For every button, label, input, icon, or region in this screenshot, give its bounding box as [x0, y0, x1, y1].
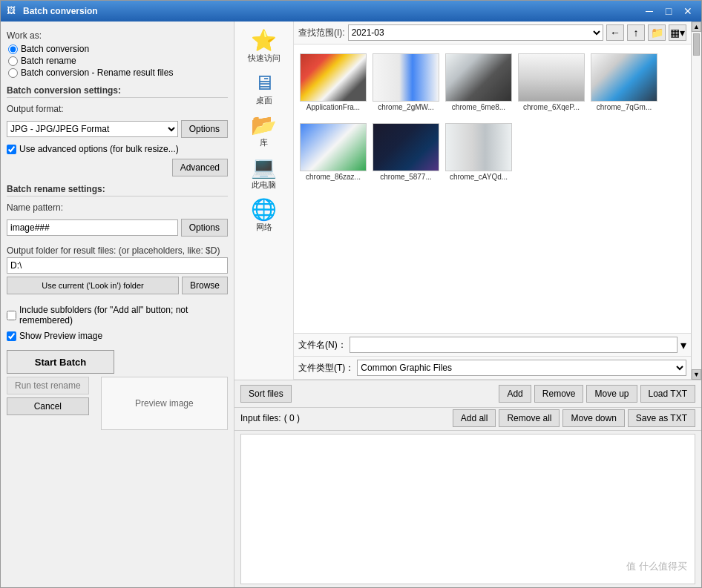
scroll-up-btn[interactable]: ▲ [692, 22, 701, 32]
view-button[interactable]: ▦▾ [669, 24, 686, 41]
sidebar-nav: ⭐ 快速访问 🖥 桌面 📂 库 💻 此电脑 [234, 22, 294, 380]
cancel-button[interactable]: Cancel [7, 397, 89, 415]
batch-controls-row: Sort files Add Remove Move up Load TXT [234, 380, 701, 408]
add-all-button[interactable]: Add all [453, 409, 496, 427]
up-button[interactable]: ↑ [627, 24, 645, 41]
input-files-count: ( 0 ) [284, 413, 300, 423]
input-files-label: Input files: [240, 413, 281, 423]
file-item-0[interactable]: ApplicationFra... [300, 50, 367, 114]
nav-item-desktop[interactable]: 🖥 桌面 [237, 70, 291, 109]
format-row: JPG - JPG/JPEG Format Options [7, 120, 228, 138]
options-button[interactable]: Options [181, 120, 228, 138]
remove-button[interactable]: Remove [534, 385, 584, 403]
maximize-button[interactable]: □ [661, 5, 676, 17]
minimize-button[interactable]: ─ [642, 5, 657, 17]
title-bar: 🖼 Batch conversion ─ □ ✕ [1, 1, 701, 22]
show-preview-row[interactable]: Show Preview image [7, 331, 228, 341]
file-item-7[interactable]: chrome_cAYQd... [445, 120, 512, 184]
nav-item-this-pc[interactable]: 💻 此电脑 [237, 154, 291, 194]
browse-button[interactable]: Browse [182, 277, 228, 294]
scroll-thumb[interactable] [693, 33, 700, 56]
file-thumb-0 [300, 53, 367, 102]
radio-batch-conversion[interactable]: Batch conversion [8, 44, 228, 54]
use-advanced-checkbox[interactable] [7, 145, 16, 154]
file-item-5[interactable]: chrome_86zaz... [300, 120, 367, 184]
file-type-label: 文件类型(T)： [298, 362, 354, 374]
run-test-rename-button[interactable]: Run test rename [7, 377, 89, 394]
file-item-4[interactable]: chrome_7qGm... [591, 50, 657, 114]
file-name-7: chrome_cAYQd... [450, 173, 508, 181]
output-folder-section: Output folder for result files: (or plac… [7, 245, 228, 294]
file-name-2: chrome_6me8... [452, 103, 505, 111]
move-up-button[interactable]: Move up [586, 385, 637, 403]
radio-batch-rename-input[interactable] [8, 56, 18, 66]
library-icon: 📂 [251, 115, 277, 136]
save-as-txt-button[interactable]: Save as TXT [628, 409, 695, 427]
start-batch-button[interactable]: Start Batch [7, 350, 114, 374]
close-button[interactable]: ✕ [680, 5, 695, 17]
scroll-track [692, 32, 701, 369]
file-area: 查找范围(I): 2021-03 ← ↑ 📁 ▦▾ Applicati [294, 22, 691, 380]
advanced-button[interactable]: Advanced [172, 159, 228, 176]
file-name-3: chrome_6XqeP... [523, 103, 580, 111]
app-icon: 🖼 [7, 5, 19, 17]
move-down-button[interactable]: Move down [562, 409, 624, 427]
path-select[interactable]: 2021-03 [348, 24, 603, 41]
file-item-6[interactable]: chrome_5877... [373, 120, 439, 184]
name-pattern-row: Options [7, 219, 228, 237]
file-type-select[interactable]: Common Graphic Files [357, 360, 686, 376]
use-advanced-row: Use advanced options (for bulk resize...… [7, 144, 228, 154]
nav-item-library[interactable]: 📂 库 [237, 112, 291, 151]
output-btn-row: Use current ('Look in') folder Browse [7, 277, 228, 294]
file-name-field[interactable] [350, 337, 678, 353]
batch-conversion-settings-label: Batch conversion settings: [7, 85, 228, 98]
file-item-1[interactable]: chrome_2gMW... [373, 50, 439, 114]
show-preview-label: Show Preview image [19, 331, 102, 341]
nav-item-quick-access[interactable]: ⭐ 快速访问 [237, 27, 291, 67]
this-pc-label: 此电脑 [252, 179, 276, 191]
remove-all-button[interactable]: Remove all [499, 409, 560, 427]
name-pattern-options-button[interactable]: Options [181, 219, 228, 237]
input-files-area [240, 434, 695, 584]
show-preview-checkbox[interactable] [7, 331, 16, 341]
action-section: Start Batch Run test rename Cancel Previ… [7, 350, 228, 430]
back-button[interactable]: ← [606, 24, 624, 41]
filename-dropdown-icon[interactable]: ▾ [680, 338, 686, 352]
radio-batch-conv-rename[interactable]: Batch conversion - Rename result files [8, 67, 228, 78]
file-thumb-7 [445, 123, 512, 171]
file-thumb-1 [373, 53, 439, 102]
radio-batch-rename[interactable]: Batch rename [8, 56, 228, 66]
include-options: Include subfolders (for "Add all" button… [7, 302, 228, 341]
name-pattern-input[interactable] [7, 219, 178, 236]
nav-item-network[interactable]: 🌐 网络 [237, 196, 291, 236]
work-as-label: Work as: [7, 30, 228, 41]
content-area: Work as: Batch conversion Batch rename B… [1, 22, 701, 587]
include-subfolders-row[interactable]: Include subfolders (for "Add all" button… [7, 305, 228, 326]
output-format-select[interactable]: JPG - JPG/JPEG Format [7, 121, 178, 137]
output-folder-input[interactable] [7, 257, 228, 274]
radio-batch-conv-rename-input[interactable] [8, 68, 18, 78]
radio-batch-conversion-input[interactable] [8, 44, 18, 54]
this-pc-icon: 💻 [251, 157, 277, 178]
file-item-2[interactable]: chrome_6me8... [445, 50, 512, 114]
desktop-label: 桌面 [256, 95, 272, 106]
window-title: Batch conversion [23, 6, 637, 16]
name-pattern-label-text: Name pattern: [7, 202, 228, 213]
sort-files-button[interactable]: Sort files [240, 385, 292, 403]
file-thumb-3 [518, 53, 585, 102]
include-subfolders-checkbox[interactable] [7, 311, 16, 320]
output-format-label: Output format: [7, 104, 228, 114]
load-txt-button[interactable]: Load TXT [640, 385, 695, 403]
filename-row: 文件名(N)： ▾ [294, 334, 691, 357]
use-current-folder-button[interactable]: Use current ('Look in') folder [7, 277, 179, 294]
new-folder-button[interactable]: 📁 [648, 24, 666, 41]
desktop-icon: 🖥 [254, 73, 275, 93]
right-panel: ⭐ 快速访问 🖥 桌面 📂 库 💻 此电脑 [234, 22, 701, 587]
scroll-down-btn[interactable]: ▼ [692, 369, 701, 380]
add-button[interactable]: Add [499, 385, 531, 403]
main-window: 🖼 Batch conversion ─ □ ✕ Work as: Batch … [0, 0, 702, 588]
scrollbar[interactable]: ▲ ▼ [691, 22, 701, 380]
network-icon: 🌐 [251, 199, 277, 220]
file-item-3[interactable]: chrome_6XqeP... [518, 50, 585, 114]
preview-image-box: Preview image [101, 377, 228, 430]
